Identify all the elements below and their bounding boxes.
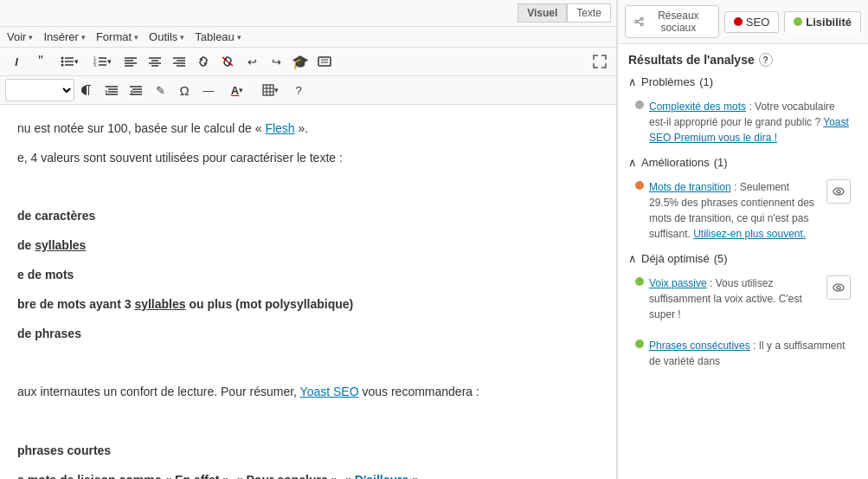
- deja-optimise-label: Déjà optimisé: [641, 252, 710, 265]
- social-button[interactable]: Réseaux sociaux: [625, 5, 719, 38]
- eye-button-2[interactable]: [826, 275, 851, 300]
- problemes-label: Problèmes: [641, 75, 695, 88]
- green-dot-2: [635, 340, 644, 348]
- menu-format[interactable]: Format ▾: [96, 30, 138, 43]
- right-top-tabs: Réseaux sociaux SEO Lisibilité: [618, 0, 868, 44]
- para-9: [17, 353, 599, 373]
- paragraph-button[interactable]: [76, 79, 99, 101]
- visuel-tab[interactable]: Visuel: [518, 3, 567, 23]
- ameliorations-header[interactable]: ∧ Améliorations (1): [628, 156, 858, 169]
- problemes-count: (1): [699, 75, 713, 88]
- yoast-seo-link[interactable]: Yoast SEO: [300, 385, 359, 398]
- deja-optimise-item-2: Phrases consécutives : Il y a suffisamme…: [628, 333, 858, 374]
- chevron-down-icon: ∧: [628, 75, 637, 88]
- hr-button[interactable]: —: [197, 79, 220, 101]
- special-char-button[interactable]: Ω: [173, 79, 196, 101]
- para-8: de phrases: [17, 324, 599, 345]
- menu-voir[interactable]: Voir ▾: [7, 30, 33, 43]
- indent-button[interactable]: [100, 79, 123, 101]
- ameliorations-label: Améliorations: [641, 156, 710, 169]
- help-button[interactable]: 🎓: [289, 50, 312, 73]
- ameliorations-item-1: Mots de transition : Seulement 29.5% des…: [628, 174, 858, 247]
- svg-rect-36: [263, 85, 273, 95]
- complexite-link[interactable]: Complexité des mots: [649, 100, 746, 113]
- svg-point-3: [61, 57, 63, 60]
- align-right-button[interactable]: [168, 50, 190, 73]
- eye-button-1[interactable]: [826, 179, 851, 204]
- para-10: aux internautes un confort de lecture. P…: [17, 382, 599, 403]
- font-size-select[interactable]: [5, 79, 74, 101]
- svg-line-45: [638, 23, 640, 24]
- editor-panel: Visuel Texte Voir ▾ Insérer ▾ Format ▾ O…: [0, 0, 617, 479]
- chevron-down-icon: ∧: [628, 156, 637, 169]
- lisibilite-dot: [794, 17, 802, 26]
- svg-point-5: [61, 64, 63, 67]
- svg-point-49: [837, 286, 840, 289]
- para-3: [17, 178, 599, 198]
- dailleurs-link[interactable]: D'ailleurs: [355, 473, 408, 479]
- svg-point-41: [640, 17, 643, 20]
- help-icon[interactable]: ?: [759, 53, 773, 67]
- clear-format-button[interactable]: ✎: [149, 79, 171, 101]
- para-13: s mots de liaison comme « En effet », « …: [17, 470, 599, 479]
- link-button[interactable]: [192, 50, 215, 73]
- texte-tab[interactable]: Texte: [567, 3, 611, 23]
- lisibilite-tab[interactable]: Lisibilité: [784, 11, 861, 33]
- editor-content[interactable]: nu est notée sur 100, basée sur le calcu…: [0, 105, 616, 479]
- undo-button[interactable]: ↩: [241, 50, 263, 73]
- menu-outils[interactable]: Outils ▾: [149, 30, 184, 43]
- para-4: de caractères: [17, 206, 599, 227]
- italic-button[interactable]: I: [5, 50, 28, 73]
- utilisez-link[interactable]: Utilisez-en plus souvent.: [693, 228, 806, 240]
- flesh-link[interactable]: Flesh: [265, 121, 294, 135]
- orange-dot: [635, 181, 644, 190]
- chevron-icon: ▾: [81, 33, 86, 42]
- svg-text:3.: 3.: [93, 62, 97, 68]
- outdent-button[interactable]: [125, 79, 147, 101]
- mots-transition-link[interactable]: Mots de transition: [649, 181, 731, 193]
- lisibilite-label: Lisibilité: [806, 16, 852, 29]
- green-dot: [635, 277, 644, 286]
- analysis-panel: Résultats de l'analyse ? ∧ Problèmes (1)…: [618, 44, 868, 479]
- social-label: Réseaux sociaux: [647, 10, 710, 34]
- svg-point-46: [833, 188, 844, 195]
- menu-bar: Voir ▾ Insérer ▾ Format ▾ Outils ▾ Table…: [0, 27, 616, 48]
- toolbar-row2: ✎ Ω — A ▾ ▾ ?: [0, 76, 616, 105]
- chevron-icon: ▾: [134, 33, 138, 42]
- table-button[interactable]: ▾: [254, 79, 286, 101]
- ol-button[interactable]: 1.2.3. ▾: [87, 50, 118, 73]
- problemes-header[interactable]: ∧ Problèmes (1): [628, 75, 858, 88]
- help2-button[interactable]: ?: [287, 79, 310, 101]
- blockquote-button[interactable]: ": [29, 50, 52, 73]
- para-5: de syllables: [17, 236, 599, 256]
- deja-optimise-item-1: Voix passive : Vous utilisez suffisammen…: [628, 270, 858, 327]
- svg-point-4: [61, 61, 63, 63]
- para-7: bre de mots ayant 3 syllables ou plus (m…: [17, 295, 599, 315]
- chevron-icon: ▾: [180, 33, 184, 42]
- deja-optimise-header[interactable]: ∧ Déjà optimisé (5): [628, 252, 858, 265]
- redo-button[interactable]: ↪: [265, 50, 287, 73]
- unlink-button[interactable]: [216, 50, 239, 73]
- yoast-premium-link[interactable]: Yoast SEO Premium vous le dira !: [649, 116, 849, 144]
- fullscreen-button[interactable]: [588, 50, 611, 73]
- para-6: e de mots: [17, 265, 599, 286]
- align-left-button[interactable]: [119, 50, 142, 73]
- seo-tab[interactable]: SEO: [724, 11, 779, 33]
- seo-dot: [734, 17, 743, 26]
- voix-passive-link[interactable]: Voix passive: [649, 277, 707, 289]
- ul-button[interactable]: ▾: [54, 50, 85, 73]
- svg-point-47: [837, 190, 840, 193]
- para-1: nu est notée sur 100, basée sur le calcu…: [17, 119, 599, 139]
- svg-point-42: [640, 23, 643, 26]
- menu-tableau[interactable]: Tableau ▾: [195, 30, 241, 43]
- svg-line-44: [638, 20, 640, 22]
- toolbar-row1: I " ▾ 1.2.3. ▾ ↩ ↪ 🎓: [0, 48, 616, 76]
- svg-rect-25: [318, 57, 331, 66]
- top-bar: Visuel Texte: [0, 0, 616, 27]
- font-color-button[interactable]: A ▾: [222, 79, 253, 101]
- svg-point-48: [833, 284, 844, 291]
- kitchensink-button[interactable]: [313, 50, 336, 73]
- menu-inserer[interactable]: Insérer ▾: [43, 30, 85, 43]
- align-center-button[interactable]: [144, 50, 166, 73]
- phrases-consecutives-link[interactable]: Phrases consécutives: [649, 340, 750, 352]
